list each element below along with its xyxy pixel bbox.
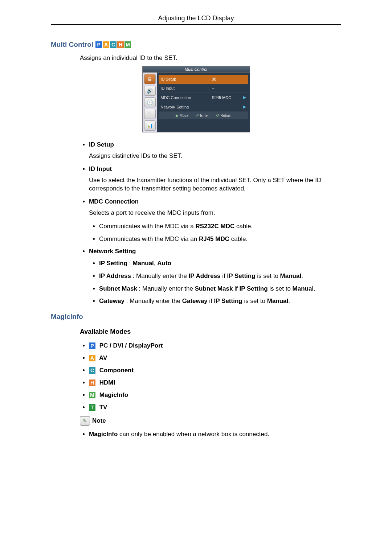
text: is set to [256, 272, 280, 279]
text-bold: RS232C MDC [195, 223, 234, 230]
osd-colon: : [206, 86, 211, 90]
text: : Manually enter the [131, 272, 189, 279]
osd-foot-return: Return [220, 114, 231, 118]
text-bold: MagicInfo [89, 431, 118, 438]
text-bold: IP Setting [227, 272, 255, 279]
text: if [208, 297, 214, 304]
text: is set to [242, 297, 267, 304]
osd-tab-icon: ⚙ [144, 109, 156, 119]
badge-m-icon: M [124, 41, 131, 48]
section-title-text: Multi Control [51, 41, 93, 49]
osd-foot-enter: Enter [200, 114, 209, 118]
text-bold: RJ45 MDC [199, 235, 229, 242]
item-title: ID Input [89, 165, 112, 172]
osd-row-value: 00 [211, 77, 241, 81]
osd-row: MDC Connection : RJ45 MDC ▶ [159, 93, 248, 102]
list-item: Subnet Mask : Manually enter the Subnet … [99, 285, 341, 293]
osd-row-value: -- [211, 86, 241, 90]
available-modes-heading: Available Modes [80, 328, 341, 336]
list-item: IP Setting : Manual, Auto [99, 259, 341, 268]
item-id-input: ID Input Use to select the transmitter f… [89, 165, 341, 193]
note-label: Note [92, 417, 106, 424]
footer-divider [51, 449, 341, 449]
list-item: IP Address : Manually enter the IP Addre… [99, 272, 341, 280]
text-bold: Manual [132, 260, 154, 267]
mode-label: TV [98, 404, 107, 411]
list-item: Communicates with the MDC via a RS232C M… [99, 222, 341, 231]
osd-foot-move: Move [180, 114, 188, 118]
mode-label: AV [98, 354, 107, 361]
list-item: Gateway : Manually enter the Gateway if … [99, 297, 341, 305]
item-desc: Use to select the transmitter functions … [89, 176, 341, 193]
note-icon: ✎ [80, 416, 90, 426]
osd-row: ID Input : -- [159, 84, 248, 93]
badge-t-icon: T [89, 404, 95, 411]
item-title: MDC Connection [89, 198, 139, 205]
badge-c-icon: C [110, 41, 117, 48]
osd-title: Multi Control [143, 66, 250, 73]
text: cable. [234, 223, 253, 230]
item-desc: Assigns distinctive IDs to the SET. [89, 152, 341, 160]
text-bold: Manual [293, 285, 314, 292]
osd-tab-icon: 🖥 [144, 74, 156, 84]
mode-label: HDMI [98, 379, 115, 386]
text: cable. [229, 235, 248, 242]
item-id-setup: ID Setup Assigns distinctive IDs to the … [89, 141, 341, 160]
text: Communicates with the MDC via an [99, 235, 199, 242]
text: , [154, 260, 157, 267]
mode-item-av: A AV [89, 354, 341, 362]
text-bold: IP Address [189, 272, 221, 279]
text: if [221, 272, 227, 279]
mode-label: MagicInfo [98, 391, 128, 398]
text-bold: Gateway [99, 297, 124, 304]
text: : [127, 260, 132, 267]
text-bold: Subnet Mask [99, 285, 137, 292]
text-bold: Manual [280, 272, 302, 279]
osd-arrow-icon: ▶ [241, 95, 246, 100]
text-bold: Auto [157, 260, 171, 267]
item-desc: Selects a port to receive the MDC inputs… [89, 209, 341, 217]
item-network-setting: Network Setting IP Setting : Manual, Aut… [89, 248, 341, 306]
text-bold: Manual [267, 297, 289, 304]
text: : Manually enter the [124, 297, 182, 304]
text-bold: IP Setting [99, 260, 127, 267]
text-bold: IP Setting [239, 285, 268, 292]
text: . [301, 272, 303, 279]
list-item: Communicates with the MDC via an RJ45 MD… [99, 235, 341, 243]
text: can only be enabled when a network box i… [118, 431, 269, 438]
osd-arrow-icon: ▶ [241, 104, 246, 109]
osd-row-label: ID Input [161, 86, 206, 90]
text: . [288, 297, 290, 304]
item-title: Network Setting [89, 248, 136, 255]
note-block: ✎ Note [80, 416, 341, 426]
osd-row-label: ID Setup [161, 77, 206, 81]
osd-row-label: MDC Connection [161, 95, 206, 100]
osd-tab-icon: 🔊 [144, 86, 156, 96]
text: : Manually enter the [137, 285, 195, 292]
badge-h-icon: H [89, 379, 95, 386]
osd-footer: ◆Move ⏎Enter ↺Return [159, 112, 248, 119]
osd-tab-icon: 📊 [144, 120, 156, 131]
badge-a-icon: A [103, 41, 109, 48]
text: is set to [268, 285, 293, 292]
text: Communicates with the MDC via a [99, 223, 195, 230]
mode-badges: P A C H M [95, 41, 131, 48]
note-item: MagicInfo can only be enabled when a net… [89, 431, 341, 438]
osd-tab-icon: 🕑 [144, 97, 156, 107]
text: if [233, 285, 239, 292]
osd-screenshot: Multi Control 🖥 🔊 🕑 ⚙ 📊 ID Setup : 00 [142, 66, 250, 132]
badge-m-icon: M [89, 392, 95, 398]
mode-item-component: C Component [89, 367, 341, 374]
badge-a-icon: A [89, 355, 95, 361]
mode-item-tv: T TV [89, 404, 341, 411]
item-mdc-connection: MDC Connection Selects a port to receive… [89, 198, 341, 243]
mode-label: Component [98, 367, 134, 374]
osd-row: Network Setting ▶ [159, 102, 248, 112]
badge-h-icon: H [117, 41, 124, 48]
page-header: Adjusting the LCD Display [51, 15, 341, 25]
mode-item-magicinfo: M MagicInfo [89, 391, 341, 399]
item-title: ID Setup [89, 141, 114, 148]
text-bold: Gateway [182, 297, 208, 304]
osd-colon: : [206, 77, 211, 81]
badge-p-icon: P [95, 41, 102, 48]
